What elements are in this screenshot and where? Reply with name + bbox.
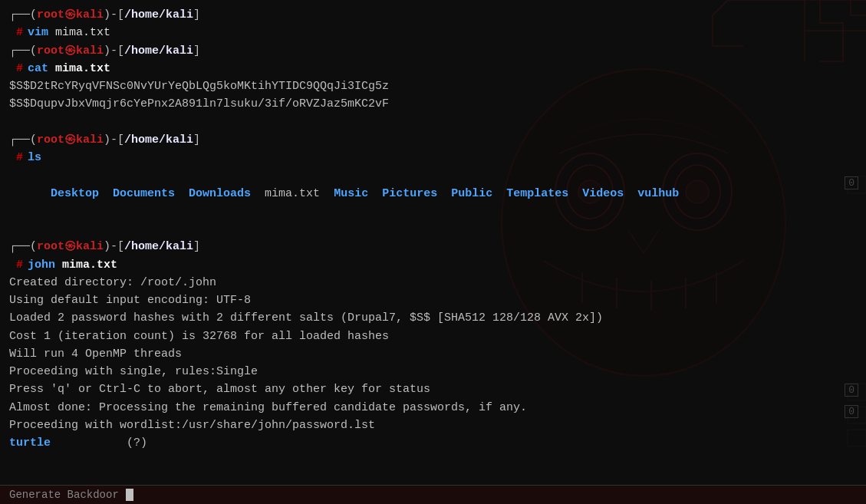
ls-item-documents: Documents: [113, 187, 175, 200]
john-output-1: Created directory: /root/.john: [9, 274, 857, 292]
hash-output-1: $S$D2tRcYRyqVFNSc0NvYUrYeQbLQg5koMKtihYT…: [9, 77, 857, 95]
blank-1: [9, 114, 857, 131]
badge-3: 0: [845, 405, 858, 418]
prompt-line-3: ┌──(root㉿kali)-[/home/kali]: [9, 131, 857, 149]
prompt-dash: ┌──(: [9, 6, 37, 24]
cmd-vim: vim: [28, 24, 48, 41]
john-output-turtle: turtle (?): [9, 434, 857, 452]
john-output-4: Cost 1 (iteration count) is 32768 for al…: [9, 328, 857, 345]
ls-item-pictures: Pictures: [382, 187, 437, 200]
cmd-ls: ls: [28, 149, 41, 166]
cursor-block: [126, 489, 133, 501]
cmd-vim-arg: mima.txt: [48, 24, 110, 41]
john-output-8: Almost done: Processing the remaining bu…: [9, 399, 857, 417]
ls-item-downloads: Downloads: [189, 187, 251, 200]
blank-2: [9, 220, 857, 238]
hash-prompt-1: #: [9, 24, 23, 41]
bottom-bar-label: Generate Backdoor: [9, 489, 119, 501]
ls-output-line: Desktop Documents Downloads mima.txt Mus…: [9, 166, 857, 220]
ls-item-desktop: Desktop: [51, 187, 99, 200]
hash-prompt-2: #: [9, 60, 23, 77]
turtle-text: turtle: [9, 436, 51, 450]
root-text: root: [37, 6, 64, 24]
hash-prompt-4: #: [9, 256, 23, 274]
ls-item-public: Public: [451, 187, 492, 200]
cmd-john-arg: mima.txt: [55, 256, 117, 274]
path-text-3: /home/kali: [124, 131, 193, 149]
kali-text: kali: [76, 6, 104, 24]
command-line-cat: # cat mima.txt: [9, 60, 857, 77]
badge-1: 0: [845, 176, 858, 189]
ls-item-music: Music: [334, 187, 368, 200]
john-output-7: Press 'q' or Ctrl-C to abort, almost any…: [9, 380, 857, 398]
path-text-1: /home/kali: [124, 6, 193, 24]
cmd-cat-arg: mima.txt: [48, 60, 110, 77]
command-line-john: # john mima.txt: [9, 256, 857, 274]
john-output-6: Proceeding with single, rules:Single: [9, 363, 857, 380]
john-output-9: Proceeding with wordlist:/usr/share/john…: [9, 417, 857, 434]
john-output-3: Loaded 2 password hashes with 2 differen…: [9, 309, 857, 327]
skull-icon: ㉿: [64, 6, 76, 24]
prompt-line-1: ┌──(root㉿kali)-[/home/kali]: [9, 6, 857, 24]
ls-item-videos: Videos: [582, 187, 624, 200]
cmd-john: john: [28, 256, 55, 274]
john-output-2: Using default input encoding: UTF-8: [9, 292, 857, 309]
command-line-vim: # vim mima.txt: [9, 24, 857, 41]
ls-item-vulhub: vulhub: [637, 187, 679, 200]
hash-prompt-3: #: [9, 149, 23, 166]
path-text-4: /home/kali: [124, 238, 193, 255]
john-output-5: Will run 4 OpenMP threads: [9, 345, 857, 363]
badge-2: 0: [845, 384, 858, 397]
path-text-2: /home/kali: [124, 42, 193, 60]
terminal-content: ┌──(root㉿kali)-[/home/kali] # vim mima.t…: [9, 6, 857, 452]
terminal-window: V I_ _: [0, 0, 866, 504]
cmd-cat: cat: [28, 60, 48, 77]
hash-output-2: $S$DqupvJbxVmqjr6cYePnx2A891ln7lsuku/3if…: [9, 95, 857, 113]
prompt-line-4: ┌──(root㉿kali)-[/home/kali]: [9, 238, 857, 255]
bottom-bar: Generate Backdoor: [0, 485, 866, 504]
prompt-line-2: ┌──(root㉿kali)-[/home/kali]: [9, 42, 857, 60]
ls-item-templates: Templates: [506, 187, 568, 200]
command-line-ls: # ls: [9, 149, 857, 166]
